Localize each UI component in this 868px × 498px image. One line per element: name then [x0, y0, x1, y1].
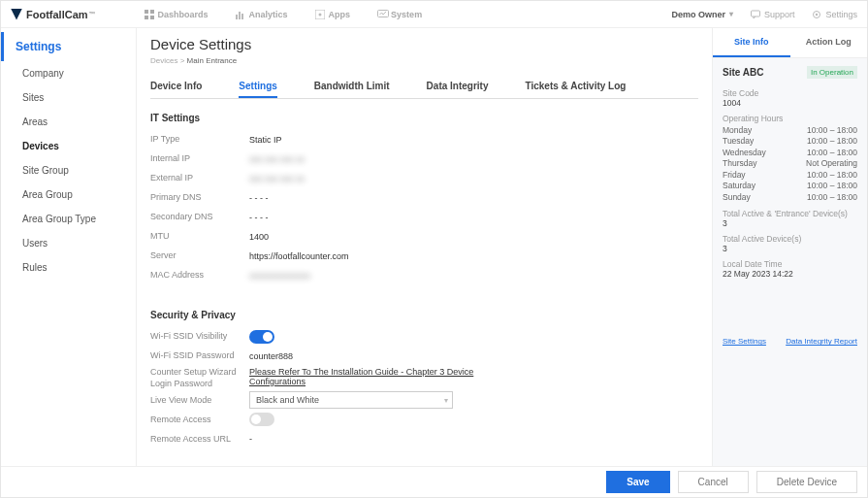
tab-bandwidth[interactable]: Bandwidth Limit [314, 75, 390, 98]
active-entrance-value: 3 [723, 218, 857, 228]
save-button[interactable]: Save [606, 471, 669, 493]
support-link[interactable]: Support [751, 10, 795, 19]
brand-name: FootfallCam [26, 9, 88, 20]
nav-dashboards-label: Dashboards [158, 10, 209, 19]
sidebar-item-site-group[interactable]: Site Group [1, 158, 136, 183]
rtab-site-info[interactable]: Site Info [713, 28, 790, 57]
status-badge: In Operation [807, 66, 857, 79]
footer: Save Cancel Delete Device [1, 466, 867, 497]
it-settings-title: IT Settings [150, 113, 698, 123]
svg-rect-5 [239, 12, 241, 19]
server-key: Server [150, 250, 249, 262]
server-value: https://footfallcounter.com [249, 251, 349, 261]
sidebar-item-area-group[interactable]: Area Group [1, 183, 136, 207]
sidebar-item-users[interactable]: Users [1, 231, 136, 255]
owner-menu[interactable]: Demo Owner ▾ [671, 10, 733, 19]
support-label: Support [764, 10, 795, 19]
svg-point-12 [816, 13, 818, 15]
security-title: Security & Privacy [150, 310, 698, 320]
breadcrumb-sep: > [180, 56, 185, 65]
nav-system-label: System [391, 10, 422, 19]
brand-icon [11, 9, 22, 20]
hours-day: Sunday [723, 192, 751, 203]
brand-tm: ™ [89, 11, 96, 17]
chevron-down-icon: ▾ [444, 396, 448, 405]
tabs: Device Info Settings Bandwidth Limit Dat… [150, 75, 698, 99]
rtab-action-log[interactable]: Action Log [790, 28, 868, 57]
svg-rect-2 [145, 16, 148, 19]
primary-dns-value: - - - - [249, 193, 269, 203]
sidebar-item-areas[interactable]: Areas [1, 110, 136, 134]
wizard-guide-link[interactable]: Please Refer To The Installation Guide -… [249, 367, 501, 386]
hours-key: Operating Hours [723, 114, 857, 123]
hours-time: 10:00 – 18:00 [807, 181, 857, 191]
delete-device-button[interactable]: Delete Device [756, 471, 857, 493]
settings-link[interactable]: Settings [812, 10, 857, 19]
top-nav: Dashboards Analytics Apps System [145, 10, 423, 19]
svg-rect-9 [378, 10, 389, 17]
liveview-select[interactable]: Black and White ▾ [249, 391, 453, 409]
sidebar-item-sites[interactable]: Sites [1, 85, 136, 110]
remote-url-value: - [249, 434, 252, 444]
hours-day: Monday [723, 125, 752, 136]
sidebar-item-area-group-type[interactable]: Area Group Type [1, 207, 136, 231]
sidebar-item-rules[interactable]: Rules [1, 255, 136, 280]
hours-time: 10:00 – 18:00 [807, 192, 857, 203]
data-integrity-link[interactable]: Data Integrity Report [786, 337, 857, 346]
remote-access-toggle[interactable] [249, 413, 274, 426]
active-value: 3 [723, 244, 857, 253]
tab-tickets[interactable]: Tickets & Activity Log [526, 75, 627, 98]
nav-dashboards[interactable]: Dashboards [145, 10, 209, 19]
site-code-key: Site Code [723, 88, 857, 98]
wifi-password-value: counter888 [249, 351, 293, 361]
owner-label: Demo Owner [671, 10, 725, 19]
hours-day: Tuesday [723, 136, 754, 147]
tab-settings[interactable]: Settings [239, 75, 276, 98]
nav-apps-label: Apps [329, 10, 351, 19]
liveview-key: Live View Mode [150, 395, 249, 407]
site-code-value: 1004 [723, 98, 857, 108]
nav-system[interactable]: System [377, 10, 422, 19]
nav-analytics-label: Analytics [249, 10, 288, 19]
hours-day: Saturday [723, 181, 755, 191]
svg-rect-4 [236, 15, 238, 19]
ip-type-key: IP Type [150, 134, 249, 146]
site-name: Site ABC [723, 67, 763, 78]
system-icon [377, 10, 387, 19]
top-right: Demo Owner ▾ Support Settings [671, 10, 857, 19]
svg-rect-1 [150, 10, 154, 14]
hours-time: 10:00 – 18:00 [807, 170, 857, 181]
nav-analytics[interactable]: Analytics [236, 10, 288, 19]
sidebar-item-company[interactable]: Company [1, 61, 136, 85]
hours-day: Wednesday [723, 148, 766, 158]
localtime-key: Local Date Time [723, 259, 857, 269]
remote-access-key: Remote Access [150, 415, 249, 426]
cancel-button[interactable]: Cancel [678, 471, 749, 493]
wifi-visibility-toggle[interactable] [249, 330, 274, 344]
internal-ip-value: xxx xxx xxx xx [249, 154, 305, 164]
right-body: Site ABC In Operation Site Code 1004 Ope… [713, 58, 867, 466]
topbar: FootfallCam ™ Dashboards Analytics App [1, 1, 867, 28]
apps-icon [315, 10, 325, 19]
remote-url-key: Remote Access URL [150, 434, 249, 446]
svg-rect-6 [241, 14, 243, 19]
site-settings-link[interactable]: Site Settings [723, 337, 766, 346]
hours-day: Thursday [723, 158, 756, 169]
ip-type-value: Static IP [249, 135, 282, 145]
mtu-value: 1400 [249, 232, 269, 242]
tab-data-integrity[interactable]: Data Integrity [427, 75, 489, 98]
dashboard-icon [145, 10, 154, 19]
nav-apps[interactable]: Apps [315, 10, 351, 19]
hours-day: Friday [723, 170, 746, 181]
tab-device-info[interactable]: Device Info [150, 75, 202, 98]
sidebar-item-devices[interactable]: Devices [1, 134, 136, 158]
svg-rect-0 [145, 10, 148, 14]
svg-point-8 [318, 13, 321, 16]
right-panel: Site Info Action Log Site ABC In Operati… [712, 28, 867, 466]
breadcrumb-root[interactable]: Devices [150, 56, 177, 65]
wifi-password-key: Wi-Fi SSID Password [150, 350, 249, 362]
active-key: Total Active Device(s) [723, 234, 857, 244]
sidebar: Settings Company Sites Areas Devices Sit… [1, 28, 137, 466]
gear-icon [812, 10, 821, 19]
internal-ip-key: Internal IP [150, 153, 249, 165]
